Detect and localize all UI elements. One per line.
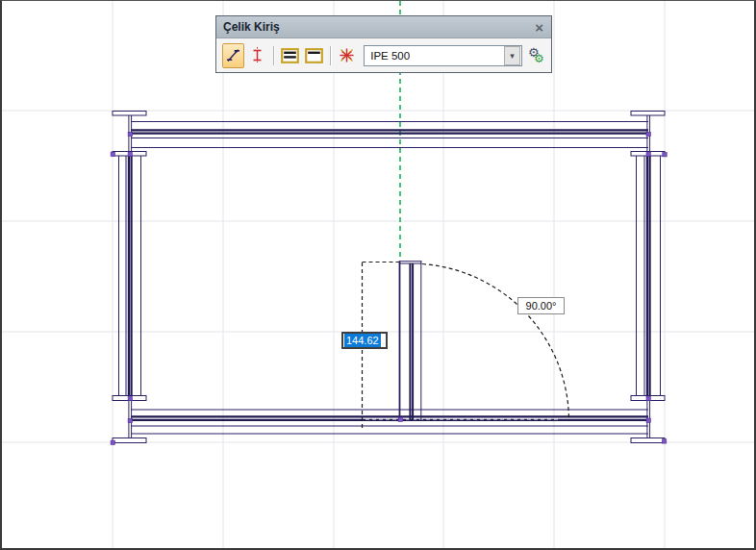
toolbar-titlebar[interactable]: Çelik Kiriş × [216,16,551,38]
steel-beam-left[interactable] [119,156,141,396]
beam-display-two-line-button[interactable] [279,43,301,68]
beam-draw-icon [225,47,241,63]
construction-guides-dashed [363,262,569,430]
angle-readout: 90.00° [517,297,565,314]
toolbar-title: Çelik Kiriş [223,20,534,34]
steel-beam-right[interactable] [637,156,661,396]
steel-beam-top[interactable] [131,122,648,148]
i-beam-icon [249,47,265,63]
grid-lines [2,1,756,550]
length-input[interactable]: 144.62 [341,332,388,349]
draw-steel-beam-button[interactable] [222,43,244,68]
profile-select-value: IPE 500 [365,50,504,62]
drawing-canvas[interactable] [2,1,756,550]
section-one-bar-icon [305,48,323,63]
close-icon[interactable]: × [534,20,544,35]
toolbar-separator [273,46,274,65]
chevron-down-icon[interactable]: ▾ [504,46,520,65]
steel-section-button[interactable] [246,43,268,68]
toolbar-body: IPE 500 ▾ ⚙ ⚙ [216,38,551,72]
steel-beam-being-drawn[interactable] [399,262,422,421]
angle-arc [422,264,569,421]
cad-application-window: 144.62 90.00° Çelik Kiriş × [0,0,756,550]
snap-point-button[interactable] [336,43,358,68]
toolbar-separator [330,46,331,65]
celik-kiris-toolbar: Çelik Kiriş × [215,15,552,73]
section-two-bars-icon [281,48,299,63]
beam-display-single-line-button[interactable] [303,43,325,68]
profile-select[interactable]: IPE 500 ▾ [364,45,522,66]
length-input-selected-text: 144.62 [344,334,381,347]
steel-beam-bottom[interactable] [131,410,648,434]
snap-node-markers [111,132,667,444]
snap-asterisk-icon [339,47,355,63]
settings-gears-icon[interactable]: ⚙ ⚙ [527,45,546,66]
